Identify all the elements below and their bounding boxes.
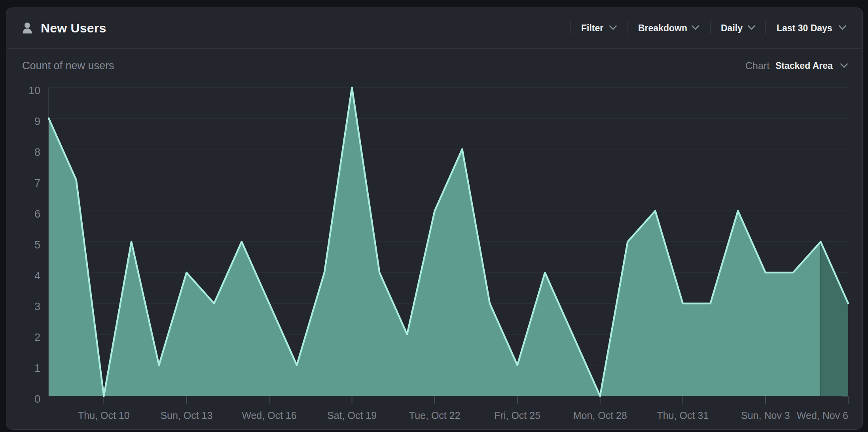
svg-text:Wed, Oct 16: Wed, Oct 16 [242, 410, 297, 421]
svg-text:2: 2 [34, 332, 40, 343]
svg-text:6: 6 [34, 208, 40, 220]
svg-text:0: 0 [34, 393, 40, 405]
svg-text:7: 7 [34, 177, 40, 189]
svg-text:10: 10 [28, 85, 40, 97]
svg-text:Wed, Nov 6: Wed, Nov 6 [797, 410, 848, 421]
svg-text:Mon, Oct 28: Mon, Oct 28 [573, 410, 627, 421]
svg-text:Tue, Oct 22: Tue, Oct 22 [409, 410, 461, 421]
svg-text:Thu, Oct 31: Thu, Oct 31 [657, 410, 709, 421]
svg-text:9: 9 [34, 116, 40, 127]
svg-text:Sun, Nov 3: Sun, Nov 3 [741, 410, 790, 421]
svg-text:3: 3 [34, 301, 40, 313]
svg-text:Sat, Oct 19: Sat, Oct 19 [327, 410, 377, 421]
svg-text:Thu, Oct 10: Thu, Oct 10 [78, 410, 130, 421]
svg-text:Sun, Oct 13: Sun, Oct 13 [160, 410, 212, 421]
svg-text:Fri, Oct 25: Fri, Oct 25 [494, 410, 540, 421]
svg-text:5: 5 [34, 239, 40, 251]
svg-text:8: 8 [34, 146, 40, 158]
svg-text:1: 1 [34, 362, 40, 374]
svg-text:4: 4 [34, 270, 40, 282]
